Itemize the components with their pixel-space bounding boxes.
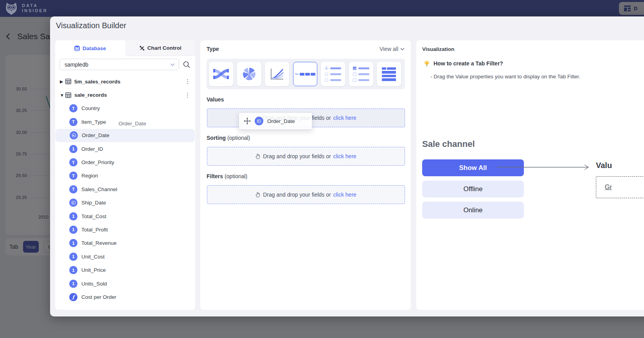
text-type-icon: T <box>69 158 77 166</box>
top-navbar: DATA INSIDER D <box>0 0 644 17</box>
nav-button-label: D <box>634 5 637 11</box>
table-row-sale-records[interactable]: ▼ sale_records ⋮ <box>55 88 195 101</box>
field-row-order-priority[interactable]: T Order_Priority <box>55 155 195 169</box>
values-click-here-link[interactable]: click here <box>333 115 356 121</box>
field-row-cost-per-order[interactable]: ƒ Cost per Order <box>55 290 195 304</box>
function-type-icon: ƒ <box>69 293 77 301</box>
tab-filter-online-button[interactable]: Online <box>422 202 524 219</box>
owl-logo-icon <box>5 1 18 15</box>
number-type-icon: 1 <box>69 226 77 234</box>
chart-type-pie[interactable] <box>237 62 261 86</box>
group-link[interactable]: Gr <box>605 184 612 191</box>
database-icon <box>74 45 80 51</box>
field-row-ship-date[interactable]: Ship_Date <box>55 196 195 210</box>
search-button[interactable] <box>183 61 191 69</box>
field-row-unit-price[interactable]: 1 Unit_Price <box>55 263 195 277</box>
field-row-total-revenue[interactable]: 1 Total_Revenue <box>55 237 195 250</box>
visualization-header: Visualization <box>422 46 454 52</box>
field-row-order-id[interactable]: 1 Order_ID <box>55 142 195 155</box>
tab-filter-icon: Tab <box>295 73 315 76</box>
lightbulb-icon <box>424 60 430 67</box>
line-chart-icon <box>270 68 284 80</box>
sorting-dropzone[interactable]: Drag and drop your fields or click here <box>207 147 405 166</box>
field-row-sales-channel[interactable]: T Sales_Channel <box>55 183 195 196</box>
tab-chart-control-label: Chart Control <box>148 45 182 51</box>
table-menu-icon[interactable]: ⋮ <box>185 78 191 85</box>
modal-title: Visualization Builder <box>56 21 126 30</box>
number-type-icon: 1 <box>69 212 77 221</box>
text-type-icon: T <box>69 185 77 193</box>
chart-type-sankey[interactable] <box>209 62 233 86</box>
number-type-icon: 1 <box>69 266 77 274</box>
table-label: 5m_sales_records <box>74 79 121 85</box>
visualization-builder-modal: Visualization Builder Database <box>50 16 644 316</box>
tip-body: - Drag the Value properties you want to … <box>430 74 580 80</box>
sorting-dropzone-text: Drag and drop your fields or <box>263 153 331 159</box>
database-select[interactable]: sampledb <box>59 59 179 70</box>
filters-dropzone-text: Drag and drop your fields or <box>263 192 331 198</box>
values-label: Values <box>207 96 224 103</box>
field-row-unit-cost[interactable]: 1 Unit_Cost <box>55 250 195 263</box>
tab-chart-control[interactable]: Chart Control <box>125 40 195 56</box>
move-icon <box>244 117 251 125</box>
number-type-icon: 1 <box>69 239 77 247</box>
tab-database[interactable]: Database <box>55 40 125 56</box>
brand-text: DATA INSIDER <box>22 3 48 13</box>
caret-right-icon[interactable]: ▶ <box>60 79 65 84</box>
date-type-icon <box>70 131 78 139</box>
sorting-click-here-link[interactable]: click here <box>333 153 356 159</box>
type-section-label: Type <box>207 46 219 52</box>
field-row-total-cost[interactable]: 1 Total_Cost <box>55 210 195 223</box>
view-all-button[interactable]: View all <box>380 46 405 52</box>
number-type-icon: 1 <box>69 280 77 288</box>
field-tree: ▶ 5m_sales_records ⋮ ▼ sale_records ⋮ <box>55 75 195 304</box>
number-type-icon: 1 <box>69 253 77 261</box>
dragged-field-chip[interactable]: Order_Date <box>239 112 312 130</box>
pie-chart-icon <box>243 67 256 81</box>
field-row-region[interactable]: T Region <box>55 169 195 183</box>
tab-database-label: Database <box>83 45 106 51</box>
field-row-units-sold[interactable]: 1 Units_Sold <box>55 277 195 290</box>
field-row-total-profit[interactable]: 1 Total_Profit <box>55 223 195 236</box>
chart-type-line[interactable] <box>265 62 289 86</box>
brand-logo[interactable]: DATA INSIDER <box>5 1 48 15</box>
text-type-icon: T <box>69 172 77 180</box>
search-icon <box>183 61 191 69</box>
annotation-value-label: Valu <box>596 161 612 170</box>
table-icon <box>65 79 71 84</box>
table-icon <box>65 92 71 98</box>
database-select-value: sampledb <box>65 61 88 68</box>
table-menu-icon[interactable]: ⋮ <box>185 92 191 99</box>
visualization-builder-screen: DATA INSIDER D Sales Sa 30.50 30.25 30.0… <box>0 0 644 338</box>
tools-icon <box>139 45 145 51</box>
date-type-icon <box>69 199 77 207</box>
filters-label: Filters (optional) <box>207 173 247 179</box>
table-row-5m-sales-records[interactable]: ▶ 5m_sales_records ⋮ <box>55 75 195 88</box>
tip-title: How to create a Tab Filter? <box>434 60 503 67</box>
drag-hand-icon <box>255 154 261 159</box>
chart-type-tab-filter-selected[interactable]: Tab <box>293 62 317 86</box>
chip-label: Order_Date <box>267 118 295 124</box>
drag-ghost-label: Order_Date <box>119 121 146 127</box>
visualization-panel: Visualization How to create a Tab Filter… <box>416 40 644 310</box>
dashboard-nav-button[interactable]: D <box>619 2 644 15</box>
text-type-icon: T <box>69 104 77 112</box>
sankey-chart-icon <box>213 68 229 80</box>
tab-filter-offline-button[interactable]: Offline <box>422 181 524 197</box>
filters-dropzone[interactable]: Drag and drop your fields or click here <box>207 185 405 204</box>
chevron-down-icon <box>400 48 405 51</box>
chevron-down-icon <box>170 63 175 66</box>
caret-down-icon[interactable]: ▼ <box>60 93 65 98</box>
dashboard-grid-icon <box>624 5 631 11</box>
chart-type-checkbox-list[interactable] <box>349 62 373 86</box>
checkbox-list-icon <box>353 67 369 82</box>
sorting-label: Sorting (optional) <box>207 135 250 141</box>
filters-click-here-link[interactable]: click here <box>333 192 356 198</box>
field-row-order-date[interactable]: Order_Date <box>56 129 195 142</box>
chart-type-radio-list[interactable] <box>321 62 345 86</box>
chart-type-table[interactable] <box>377 62 401 86</box>
chart-type-strip: Tab <box>207 59 405 89</box>
field-row-country[interactable]: T Country <box>55 102 195 115</box>
builder-panel: Type View all <box>200 40 411 310</box>
database-panel: Database Chart Control sampledb <box>55 40 195 310</box>
